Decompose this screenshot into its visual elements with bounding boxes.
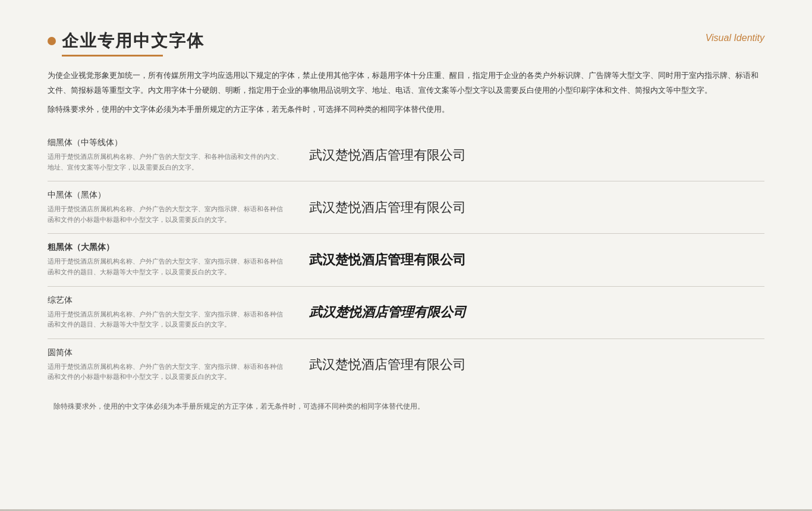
title-dot-icon [48, 37, 56, 45]
main-content: 企业专用中文字体 Visual Identity 为使企业视觉形象更加统一，所有… [0, 0, 812, 511]
font-item-zhonghei: 中黑体（黑体） 适用于楚悦酒店所属机构名称、户外广告的大型文字、室内指示牌、标语… [48, 181, 285, 234]
bottom-note-text: 除特殊要求外，使用的中文字体必须为本手册所规定的方正字体，若无条件时，可选择不同… [53, 400, 764, 412]
intro-paragraph-2: 除特殊要求外，使用的中文字体必须为本手册所规定的方正字体，若无条件时，可选择不同… [48, 102, 764, 117]
header-section: 企业专用中文字体 Visual Identity [48, 30, 764, 57]
font-desc-zhonghei: 适用于楚悦酒店所属机构名称、户外广告的大型文字、室内指示牌、标语和各种信函和文件… [48, 204, 285, 225]
font-desc-cuhei: 适用于楚悦酒店所属机构名称、户外广告的大型文字、室内指示牌、标语和各种信函和文件… [48, 256, 285, 277]
font-name-zongyi: 综艺体 [48, 295, 285, 306]
font-name-zhonghei: 中黑体（黑体） [48, 190, 285, 200]
font-item-zongyi: 综艺体 适用于楚悦酒店所属机构名称、户外广告的大型文字、室内指示牌、标语和各种信… [48, 287, 285, 339]
font-list: 细黑体（中等线体） 适用于楚悦酒店所属机构名称、户外广告的大型文字、和各种信函和… [48, 129, 285, 391]
bottom-note: 除特殊要求外，使用的中文字体必须为本手册所规定的方正字体，若无条件时，可选择不同… [48, 400, 764, 412]
font-name-cuhei: 粗黑体（大黑体） [48, 242, 285, 253]
preview-text-xibei: 武汉楚悦酒店管理有限公司 [309, 146, 466, 164]
font-item-cuhei: 粗黑体（大黑体） 适用于楚悦酒店所属机构名称、户外广告的大型文字、室内指示牌、标… [48, 234, 285, 286]
preview-text-zhonghei: 武汉楚悦酒店管理有限公司 [309, 199, 466, 217]
preview-text-zongyi: 武汉楚悦酒店管理有限公司 [309, 303, 466, 321]
preview-text-yuantiao: 武汉楚悦酒店管理有限公司 [309, 356, 466, 374]
font-item-yuantiao: 圆简体 适用于楚悦酒店所属机构名称、户外广告的大型文字、室内指示牌、标语和各种信… [48, 339, 285, 391]
font-previews: 武汉楚悦酒店管理有限公司 武汉楚悦酒店管理有限公司 武汉楚悦酒店管理有限公司 武… [285, 129, 764, 391]
font-name-xibei: 细黑体（中等线体） [48, 137, 285, 148]
page-title: 企业专用中文字体 [62, 30, 204, 52]
page-title-area: 企业专用中文字体 [48, 30, 204, 52]
font-preview-zongyi: 武汉楚悦酒店管理有限公司 [285, 287, 764, 339]
title-underline [62, 55, 163, 57]
font-desc-yuantiao: 适用于楚悦酒店所属机构名称、户外广告的大型文字、室内指示牌、标语和各种信函和文件… [48, 362, 285, 383]
title-block: 企业专用中文字体 [48, 30, 204, 57]
intro-paragraph-1: 为使企业视觉形象更加统一，所有传媒所用文字均应选用以下规定的字体，禁止使用其他字… [48, 68, 764, 98]
font-desc-xibei: 适用于楚悦酒店所属机构名称、户外广告的大型文字、和各种信函和文件的内文、地址、宣… [48, 152, 285, 173]
preview-text-cuhei: 武汉楚悦酒店管理有限公司 [309, 251, 466, 269]
font-item-xibei: 细黑体（中等线体） 适用于楚悦酒店所属机构名称、户外广告的大型文字、和各种信函和… [48, 129, 285, 181]
visual-identity-label: Visual Identity [706, 30, 764, 43]
page-container: 企业专用中文字体 Visual Identity 为使企业视觉形象更加统一，所有… [0, 0, 812, 511]
font-preview-zhonghei: 武汉楚悦酒店管理有限公司 [285, 181, 764, 234]
font-preview-yuantiao: 武汉楚悦酒店管理有限公司 [285, 339, 764, 391]
font-desc-zongyi: 适用于楚悦酒店所属机构名称、户外广告的大型文字、室内指示牌、标语和各种信函和文件… [48, 309, 285, 330]
font-preview-cuhei: 武汉楚悦酒店管理有限公司 [285, 234, 764, 286]
font-preview-xibei: 武汉楚悦酒店管理有限公司 [285, 129, 764, 181]
font-samples-section: 细黑体（中等线体） 适用于楚悦酒店所属机构名称、户外广告的大型文字、和各种信函和… [48, 129, 764, 391]
font-name-yuantiao: 圆简体 [48, 347, 285, 358]
